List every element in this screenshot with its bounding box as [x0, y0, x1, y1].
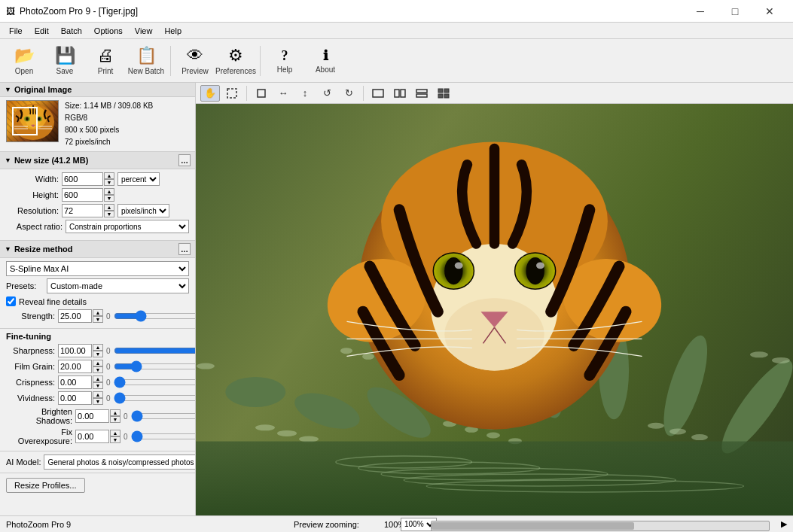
crispness-row: Crispness: ▲ ▼ 0 100	[6, 375, 189, 389]
sharpness-slider[interactable]	[114, 345, 196, 357]
resolution-unit-select[interactable]: pixels/inch pixels/cm	[117, 204, 169, 217]
brighten-shadows-zero: 0	[124, 412, 128, 421]
strength-zero: 0	[106, 312, 111, 321]
crispness-down[interactable]: ▼	[93, 382, 103, 389]
quad-view-icon	[438, 88, 450, 99]
quad-view-button[interactable]	[434, 85, 453, 102]
vividness-label: Vividness:	[6, 394, 55, 403]
strength-down[interactable]: ▼	[93, 316, 103, 323]
film-grain-up[interactable]: ▲	[93, 360, 103, 366]
menu-options[interactable]: Options	[88, 25, 129, 37]
film-grain-slider[interactable]	[114, 360, 196, 372]
width-unit-select[interactable]: percent pixels inches	[117, 172, 160, 186]
crispness-slider[interactable]	[114, 376, 196, 388]
split-v-icon	[394, 88, 406, 99]
preferences-label: Preferences	[215, 67, 256, 75]
height-up[interactable]: ▲	[104, 188, 114, 195]
res-up[interactable]: ▲	[104, 204, 114, 211]
preview-zoom-label: Preview zooming:	[294, 520, 359, 529]
width-up[interactable]: ▲	[104, 172, 114, 179]
menu-help[interactable]: Help	[158, 25, 188, 37]
height-down[interactable]: ▼	[104, 195, 114, 202]
rotate-ccw-button[interactable]: ↺	[317, 85, 337, 102]
resolution-input[interactable]	[62, 204, 103, 217]
new-batch-button[interactable]: 📋 New Batch	[127, 41, 166, 81]
close-button[interactable]: ✕	[752, 0, 787, 23]
save-button[interactable]: 💾 Save	[45, 41, 84, 81]
ai-model-select[interactable]: General photos & noisy/compressed photos…	[44, 454, 196, 470]
sharpness-input[interactable]	[58, 344, 92, 357]
print-button[interactable]: 🖨 Print	[86, 41, 125, 81]
sharpness-up[interactable]: ▲	[93, 344, 103, 351]
scroll-arrow-right[interactable]: ▶	[781, 519, 787, 529]
about-button[interactable]: ℹ About	[306, 41, 345, 81]
rotate-cw-button[interactable]: ↻	[339, 85, 358, 102]
film-grain-down[interactable]: ▼	[93, 366, 103, 373]
new-size-header[interactable]: ▼ New size (41.2 MB) …	[0, 152, 195, 169]
res-down[interactable]: ▼	[104, 211, 114, 217]
presets-select[interactable]: Custom-made High quality Web	[47, 278, 189, 293]
strength-spinners: ▲ ▼	[93, 309, 103, 323]
resize-section: S-Spline Max AI S-Spline Max S-Spline XL…	[0, 258, 195, 329]
brighten-shadows-up[interactable]: ▲	[110, 409, 120, 416]
method-select[interactable]: S-Spline Max AI S-Spline Max S-Spline XL…	[6, 261, 189, 276]
arrow-lr-button[interactable]: ↔	[273, 85, 293, 102]
strength-slider[interactable]	[114, 310, 196, 322]
crispness-input[interactable]	[58, 375, 92, 389]
width-down[interactable]: ▼	[104, 179, 114, 186]
help-label: Help	[277, 65, 293, 74]
resize-profiles-button[interactable]: Resize Profiles...	[6, 478, 85, 493]
menu-batch[interactable]: Batch	[55, 25, 88, 37]
reveal-fine-details-row: Reveal fine details	[6, 296, 189, 306]
res-spinners: ▲ ▼	[104, 204, 114, 217]
toolbar: 📂 Open 💾 Save 🖨 Print 📋 New Batch 👁 Prev…	[0, 39, 793, 83]
fix-overexposure-up[interactable]: ▲	[110, 430, 120, 436]
height-label: Height:	[6, 190, 59, 199]
vividness-down[interactable]: ▼	[93, 398, 103, 405]
print-label: Print	[98, 67, 114, 75]
aspect-select[interactable]: Constrain proportions Free	[66, 220, 189, 233]
brighten-shadows-down[interactable]: ▼	[110, 416, 120, 423]
print-icon: 🖨	[97, 46, 114, 65]
vividness-up[interactable]: ▲	[93, 391, 103, 398]
select-tool-button[interactable]	[222, 85, 242, 102]
split-v-button[interactable]	[390, 85, 410, 102]
h-scrollbar-thumb	[432, 522, 634, 530]
sharpness-down[interactable]: ▼	[93, 351, 103, 357]
brighten-shadows-spinners: ▲ ▼	[110, 409, 120, 423]
preferences-button[interactable]: ⚙ Preferences	[216, 41, 255, 81]
vividness-input[interactable]	[58, 391, 92, 405]
strength-up[interactable]: ▲	[93, 309, 103, 316]
split-h-button[interactable]	[412, 85, 432, 102]
brighten-shadows-input[interactable]	[75, 409, 109, 423]
minimize-button[interactable]: ─	[683, 0, 718, 23]
fix-overexposure-input[interactable]	[75, 430, 109, 443]
crop-button[interactable]	[252, 85, 271, 102]
original-image-header[interactable]: ▼ Original Image	[0, 83, 195, 97]
menu-file[interactable]: File	[3, 25, 29, 37]
open-button[interactable]: 📂 Open	[5, 41, 44, 81]
width-input[interactable]	[62, 172, 103, 186]
strength-input[interactable]	[58, 309, 92, 323]
vividness-slider[interactable]	[114, 392, 196, 404]
hand-tool-button[interactable]: ✋	[200, 85, 220, 102]
resize-more-button[interactable]: …	[178, 243, 191, 255]
reveal-fine-details-checkbox[interactable]	[6, 296, 16, 306]
single-view-button[interactable]	[368, 85, 388, 102]
menu-edit[interactable]: Edit	[29, 25, 55, 37]
menu-view[interactable]: View	[129, 25, 159, 37]
resize-method-header[interactable]: ▼ Resize method …	[0, 241, 195, 258]
crispness-up[interactable]: ▲	[93, 375, 103, 382]
fix-overexposure-down[interactable]: ▼	[110, 436, 120, 443]
more-button[interactable]: …	[178, 154, 191, 166]
h-scrollbar[interactable]	[431, 521, 770, 531]
preview-button[interactable]: 👁 Preview	[175, 41, 215, 81]
height-input[interactable]	[62, 188, 103, 202]
menubar: File Edit Batch Options View Help	[0, 23, 793, 39]
brighten-shadows-slider[interactable]	[131, 410, 196, 422]
fix-overexposure-slider[interactable]	[131, 430, 196, 442]
help-button[interactable]: ? Help	[265, 41, 304, 81]
film-grain-input[interactable]	[58, 360, 92, 373]
maximize-button[interactable]: □	[718, 0, 752, 23]
arrow-ud-button[interactable]: ↕	[295, 85, 315, 102]
